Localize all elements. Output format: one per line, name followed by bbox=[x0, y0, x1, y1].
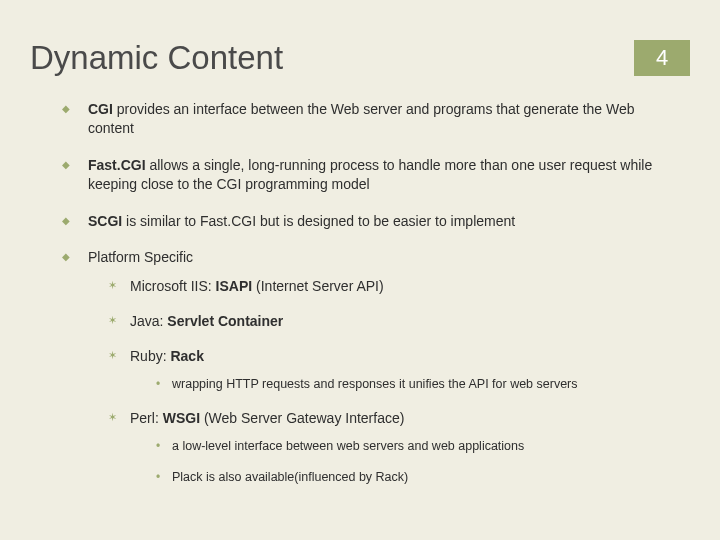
list-item: Ruby: Rack wrapping HTTP requests and re… bbox=[106, 347, 680, 393]
sub-pre: Microsoft IIS: bbox=[130, 278, 216, 294]
list-item: CGI provides an interface between the We… bbox=[60, 100, 680, 138]
sub-pre: Perl: bbox=[130, 410, 163, 426]
bullet-text: Platform Specific bbox=[88, 249, 193, 265]
sub-sub-list: a low-level interface between web server… bbox=[152, 438, 680, 486]
bullet-list: CGI provides an interface between the We… bbox=[60, 100, 680, 486]
sub-pre: Ruby: bbox=[130, 348, 170, 364]
subsub-text: a low-level interface between web server… bbox=[172, 439, 524, 453]
content-area: CGI provides an interface between the We… bbox=[60, 100, 680, 504]
sub-pre: Java: bbox=[130, 313, 167, 329]
sub-sub-list: wrapping HTTP requests and responses it … bbox=[152, 376, 680, 393]
sub-bold: ISAPI bbox=[216, 278, 253, 294]
subsub-text: Plack is also available(influenced by Ra… bbox=[172, 470, 408, 484]
sub-bold: Servlet Container bbox=[167, 313, 283, 329]
list-item: Platform Specific Microsoft IIS: ISAPI (… bbox=[60, 248, 680, 485]
bullet-text: is similar to Fast.CGI but is designed t… bbox=[122, 213, 515, 229]
sub-bold: WSGI bbox=[163, 410, 200, 426]
list-item: Java: Servlet Container bbox=[106, 312, 680, 331]
bullet-lead: CGI bbox=[88, 101, 113, 117]
sub-bold: Rack bbox=[170, 348, 203, 364]
list-item: a low-level interface between web server… bbox=[152, 438, 680, 455]
sub-post: (Web Server Gateway Interface) bbox=[200, 410, 404, 426]
bullet-text: allows a single, long-running process to… bbox=[88, 157, 652, 192]
list-item: Perl: WSGI (Web Server Gateway Interface… bbox=[106, 409, 680, 486]
title-bar: Dynamic Content 4 bbox=[30, 40, 690, 76]
slide: Dynamic Content 4 CGI provides an interf… bbox=[0, 0, 720, 540]
list-item: Plack is also available(influenced by Ra… bbox=[152, 469, 680, 486]
bullet-lead: Fast.CGI bbox=[88, 157, 146, 173]
slide-title: Dynamic Content bbox=[30, 40, 634, 76]
list-item: Fast.CGI allows a single, long-running p… bbox=[60, 156, 680, 194]
sub-post: (Internet Server API) bbox=[252, 278, 384, 294]
list-item: SCGI is similar to Fast.CGI but is desig… bbox=[60, 212, 680, 231]
bullet-lead: SCGI bbox=[88, 213, 122, 229]
sub-list: Microsoft IIS: ISAPI (Internet Server AP… bbox=[106, 277, 680, 485]
subsub-text: wrapping HTTP requests and responses it … bbox=[172, 377, 578, 391]
page-number-badge: 4 bbox=[634, 40, 690, 76]
list-item: wrapping HTTP requests and responses it … bbox=[152, 376, 680, 393]
bullet-text: provides an interface between the Web se… bbox=[88, 101, 635, 136]
list-item: Microsoft IIS: ISAPI (Internet Server AP… bbox=[106, 277, 680, 296]
